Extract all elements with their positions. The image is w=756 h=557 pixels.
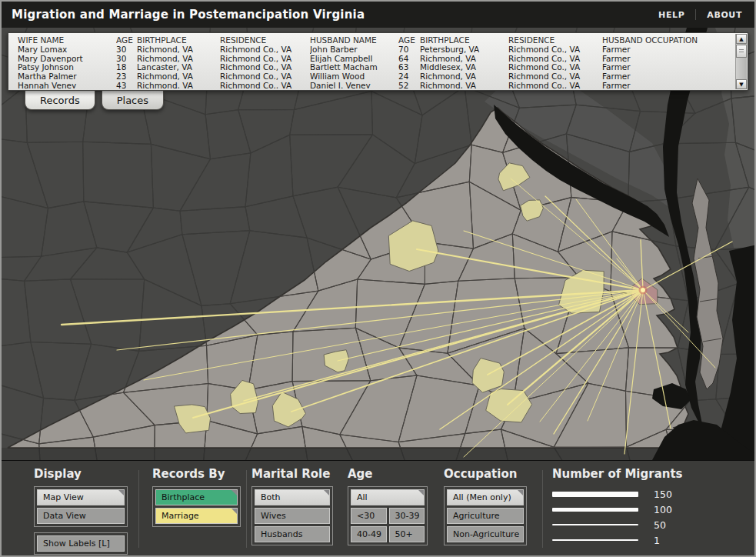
selected-fold-icon: [324, 490, 329, 495]
legend-line-swatch: [552, 539, 638, 540]
table-header-row: WIFE NAMEAGEBIRTHPLACERESIDENCEHUSBAND N…: [18, 36, 732, 45]
age-40-49-button[interactable]: 40-49: [351, 526, 387, 542]
north-carolina-strip: [2, 448, 754, 460]
legend-item: 100: [552, 502, 729, 517]
legend-value: 100: [654, 504, 672, 515]
table-cell: Richmond Co., VA: [220, 63, 310, 72]
occupation-all-button[interactable]: All (Men only): [447, 489, 524, 505]
legend-line-swatch: [552, 524, 638, 526]
column-header[interactable]: RESIDENCE: [220, 36, 310, 45]
age-under-30-button[interactable]: <30: [351, 508, 387, 524]
page-title: Migration and Marriage in Postemancipati…: [12, 8, 365, 22]
table-cell: Richmond, VA: [137, 82, 220, 88]
scrollbar-thumb[interactable]: [736, 45, 747, 58]
non-agriculture-button[interactable]: Non-Agriculture: [447, 526, 524, 542]
marital-role-group: Both Wives Husbands: [251, 486, 333, 545]
table-cell: Lancaster, VA: [137, 63, 220, 72]
table-cell: Farmer: [602, 45, 718, 55]
table-cell: Richmond Co., VA: [508, 72, 602, 82]
marital-role-heading: Marital Role: [251, 467, 333, 481]
table-cell: Hannah Veney: [18, 82, 116, 88]
table-cell: 18: [116, 63, 137, 72]
birthplace-button[interactable]: Birthplace: [155, 489, 238, 505]
table-cell: Richmond Co., VA: [508, 45, 602, 55]
table-row[interactable]: Patsy Johnson18Lancaster, VARichmond Co.…: [18, 63, 732, 72]
table-row[interactable]: Mary Lomax30Richmond, VARichmond Co., VA…: [18, 45, 732, 55]
migrants-legend: Number of Migrants 150100501: [552, 467, 729, 548]
age-30-39-button[interactable]: 30-39: [389, 508, 425, 524]
control-panel: Display Map View Data View Show Labels […: [2, 460, 754, 557]
about-link[interactable]: ABOUT: [707, 10, 742, 20]
legend-line-swatch: [552, 492, 638, 497]
table-cell: 30: [116, 55, 137, 64]
scroll-down-icon[interactable]: ▼: [736, 79, 747, 89]
legend-line-swatch: [552, 508, 638, 512]
map-view-button[interactable]: Map View: [37, 489, 125, 505]
both-button[interactable]: Both: [255, 489, 330, 505]
table-cell: Bartlett Macham: [310, 63, 398, 72]
age-all-button[interactable]: All: [351, 489, 425, 505]
table-cell: 24: [398, 72, 420, 82]
column-header[interactable]: HUSBAND NAME: [310, 36, 398, 45]
header-divider: [695, 9, 696, 20]
wives-button[interactable]: Wives: [255, 508, 330, 524]
agriculture-button[interactable]: Agriculture: [447, 508, 524, 524]
age-group: All <30 30-39 40-49 50+: [348, 486, 428, 545]
section-divider: [542, 470, 543, 548]
records-table-body: Mary Lomax30Richmond, VARichmond Co., VA…: [18, 45, 732, 88]
table-row[interactable]: Martha Palmer23Richmond, VARichmond Co.,…: [18, 72, 732, 82]
column-header[interactable]: AGE: [398, 36, 420, 45]
husbands-button[interactable]: Husbands: [255, 526, 330, 542]
column-header[interactable]: HUSBAND OCCUPATION: [602, 36, 718, 45]
help-link[interactable]: HELP: [658, 10, 684, 20]
table-scrollbar[interactable]: ▲ ▼: [735, 34, 747, 89]
table-cell: Richmond, VA: [137, 45, 220, 55]
table-cell: Richmond Co., VA: [508, 82, 602, 88]
table-cell: Elijah Campbell: [310, 55, 398, 64]
table-cell: Petersburg, VA: [420, 45, 508, 55]
table-cell: Patsy Johnson: [18, 63, 116, 72]
scroll-up-icon[interactable]: ▲: [736, 34, 747, 44]
table-cell: Richmond Co., VA: [220, 82, 310, 88]
convergence-point[interactable]: [641, 288, 645, 292]
records-table: WIFE NAMEAGEBIRTHPLACERESIDENCEHUSBAND N…: [18, 36, 732, 88]
show-labels-button[interactable]: Show Labels [L]: [37, 535, 125, 552]
legend-value: 150: [654, 489, 672, 500]
table-cell: Richmond, VA: [420, 55, 508, 64]
table-row[interactable]: Mary Davenport30Richmond, VARichmond Co.…: [18, 55, 732, 64]
table-row[interactable]: Hannah Veney43Richmond, VARichmond Co., …: [18, 82, 732, 88]
table-cell: Richmond, VA: [420, 72, 508, 82]
age-50-plus-button[interactable]: 50+: [389, 526, 425, 542]
column-header[interactable]: WIFE NAME: [18, 36, 116, 45]
data-view-button[interactable]: Data View: [37, 508, 125, 524]
table-cell: Farmer: [602, 63, 718, 72]
table-cell: 70: [398, 45, 420, 55]
table-cell: Richmond Co., VA: [508, 55, 602, 64]
column-header[interactable]: BIRTHPLACE: [420, 36, 508, 45]
legend-item: 150: [552, 486, 729, 502]
tab-places[interactable]: Places: [102, 91, 164, 110]
display-section: Display Map View Data View Show Labels […: [34, 467, 128, 555]
table-cell: William Wood: [310, 72, 398, 82]
legend-value: 50: [654, 519, 666, 531]
table-cell: Richmond Co., VA: [508, 63, 602, 72]
map-stage: WIFE NAMEAGEBIRTHPLACERESIDENCEHUSBAND N…: [2, 28, 754, 460]
table-cell: Farmer: [602, 72, 718, 82]
table-cell: Richmond, VA: [137, 55, 220, 64]
table-cell: Richmond Co., VA: [220, 45, 310, 55]
column-header[interactable]: RESIDENCE: [508, 36, 602, 45]
records-by-heading: Records By: [152, 467, 241, 481]
table-cell: Richmond Co., VA: [220, 55, 310, 64]
tab-records[interactable]: Records: [25, 91, 95, 110]
column-header[interactable]: AGE: [116, 36, 137, 45]
table-cell: Mary Lomax: [18, 45, 116, 55]
table-cell: Daniel J. Veney: [310, 82, 398, 88]
display-group: Map View Data View: [34, 486, 128, 527]
app-header: Migration and Marriage in Postemancipati…: [2, 2, 754, 28]
section-divider: [246, 470, 247, 548]
occupation-section: Occupation All (Men only) Agriculture No…: [444, 467, 527, 545]
column-header[interactable]: BIRTHPLACE: [137, 36, 220, 45]
marriage-button[interactable]: Marriage: [155, 508, 238, 524]
table-cell: 23: [116, 72, 137, 82]
table-cell: 64: [398, 55, 420, 64]
